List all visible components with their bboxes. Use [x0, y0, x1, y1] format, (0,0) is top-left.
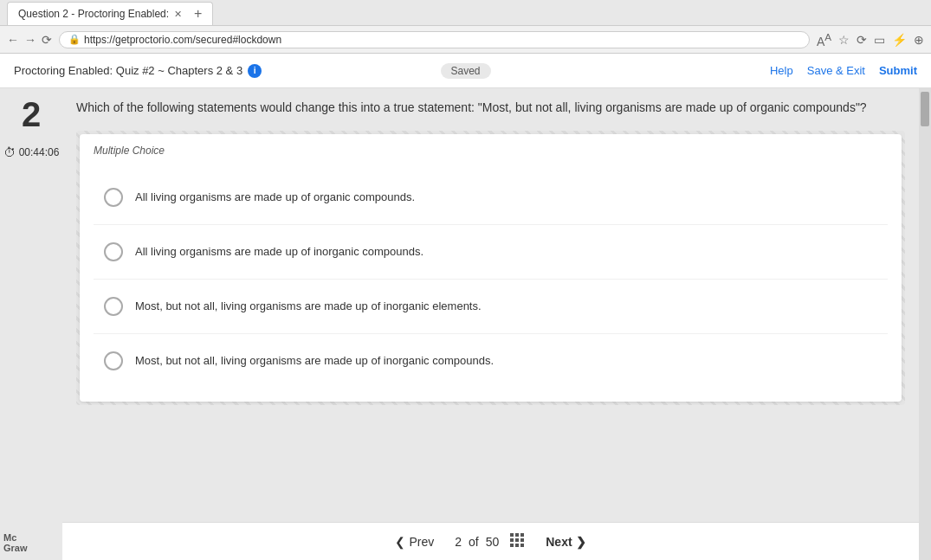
prev-button[interactable]: ❮ Prev: [395, 535, 434, 549]
answer-card: Multiple Choice All living organisms are…: [80, 134, 902, 402]
total-pages: 50: [486, 535, 500, 549]
info-icon[interactable]: i: [248, 64, 262, 78]
svg-rect-3: [510, 538, 514, 542]
option-d-text: Most, but not all, living organisms are …: [135, 353, 494, 369]
svg-rect-6: [510, 544, 514, 547]
question-number: 2: [22, 97, 41, 132]
header-left: Proctoring Enabled: Quiz #2 ~ Chapters 2…: [14, 64, 262, 78]
browser-nav-buttons: ← → ⟳: [7, 33, 52, 47]
page-indicator: 2 of 50: [455, 532, 525, 550]
grid-menu-icon[interactable]: [509, 532, 525, 550]
timer-icon: ⏱: [3, 145, 16, 159]
option-c-text: Most, but not all, living organisms are …: [135, 299, 482, 314]
option-c[interactable]: Most, but not all, living organisms are …: [94, 280, 888, 334]
left-sidebar: 2 ⏱ 00:44:06: [0, 88, 62, 560]
browser-icon-6: ⊕: [914, 33, 924, 47]
tab-add-icon[interactable]: +: [194, 6, 202, 22]
option-b[interactable]: All living organisms are made up of inor…: [94, 225, 888, 280]
submit-link[interactable]: Submit: [879, 64, 917, 77]
tab-title: Question 2 - Proctoring Enabled:: [18, 8, 169, 20]
browser-tab-bar: Question 2 - Proctoring Enabled: ✕ +: [0, 0, 931, 26]
browser-icon-5: ⚡: [892, 33, 907, 47]
save-exit-link[interactable]: Save & Exit: [807, 64, 865, 77]
current-page: 2: [455, 535, 462, 549]
prev-arrow-icon: ❮: [395, 535, 405, 549]
next-label: Next: [546, 535, 572, 549]
answer-type-label: Multiple Choice: [94, 145, 888, 157]
lock-icon: 🔒: [68, 34, 81, 45]
mcgraw-logo: Mc Graw: [3, 532, 28, 553]
tab-close-icon[interactable]: ✕: [174, 9, 182, 20]
option-d[interactable]: Most, but not all, living organisms are …: [94, 334, 888, 388]
scroll-thumb[interactable]: [921, 92, 929, 126]
app-header: Proctoring Enabled: Quiz #2 ~ Chapters 2…: [0, 54, 931, 88]
saved-label: Saved: [450, 65, 480, 77]
svg-rect-2: [520, 533, 524, 537]
browser-address-bar-row: ← → ⟳ 🔒 https://getproctorio.com/secured…: [0, 26, 931, 54]
header-right: Help Save & Exit Submit: [770, 64, 917, 77]
url-text: https://getproctorio.com/secured#lockdow…: [84, 34, 281, 46]
answer-card-background: Multiple Choice All living organisms are…: [76, 131, 905, 405]
proctoring-title: Proctoring Enabled: Quiz #2 ~ Chapters 2…: [14, 64, 242, 77]
timer-value: 00:44:06: [19, 146, 60, 158]
help-link[interactable]: Help: [770, 64, 793, 77]
answer-options: All living organisms are made up of orga…: [94, 171, 888, 388]
browser-icon-2: ☆: [838, 33, 850, 47]
svg-rect-1: [515, 533, 519, 537]
browser-icon-1: AA: [817, 31, 831, 48]
right-scrollbar[interactable]: [919, 88, 931, 560]
reload-icon[interactable]: ⟳: [42, 33, 52, 47]
page-separator: of: [469, 535, 479, 549]
browser-icon-4: ▭: [874, 33, 885, 47]
option-a-text: All living organisms are made up of orga…: [135, 190, 415, 205]
svg-rect-8: [520, 544, 524, 547]
svg-rect-5: [520, 538, 524, 542]
back-icon[interactable]: ←: [7, 33, 19, 47]
radio-b[interactable]: [104, 242, 123, 261]
next-arrow-icon: ❯: [576, 535, 586, 549]
option-b-text: All living organisms are made up of inor…: [135, 244, 423, 260]
main-content: Which of the following statements would …: [62, 88, 919, 560]
address-bar[interactable]: 🔒 https://getproctorio.com/secured#lockd…: [59, 31, 810, 48]
svg-rect-7: [515, 544, 519, 547]
option-a[interactable]: All living organisms are made up of orga…: [94, 171, 888, 225]
radio-c[interactable]: [104, 297, 123, 316]
browser-icon-3: ⟳: [857, 33, 867, 47]
timer-display: ⏱ 00:44:06: [3, 145, 60, 159]
main-container: 2 ⏱ 00:44:06 Which of the following stat…: [0, 88, 931, 560]
radio-a[interactable]: [104, 188, 123, 207]
question-answer-area: Which of the following statements would …: [62, 88, 919, 522]
saved-badge-wrapper: Saved: [440, 63, 490, 79]
nav-footer: ❮ Prev 2 of 50: [62, 522, 919, 560]
question-text: Which of the following statements would …: [76, 99, 905, 117]
radio-d[interactable]: [104, 351, 123, 370]
active-tab[interactable]: Question 2 - Proctoring Enabled: ✕ +: [7, 2, 213, 25]
svg-rect-4: [515, 538, 519, 542]
svg-rect-0: [510, 533, 514, 537]
forward-icon[interactable]: →: [24, 33, 36, 47]
prev-label: Prev: [409, 535, 434, 549]
next-button[interactable]: Next ❯: [546, 535, 585, 549]
